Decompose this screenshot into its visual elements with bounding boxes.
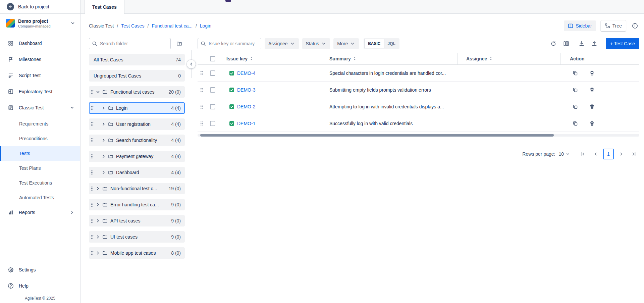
drag-handle-icon[interactable] bbox=[91, 138, 94, 143]
folder-row-search-functionality[interactable]: Search functionality 4 (4) bbox=[89, 135, 185, 146]
column-header-summary[interactable]: Summary bbox=[320, 53, 458, 64]
folder-row-non-functional[interactable]: Non-functional test c... 19 (0) bbox=[89, 183, 185, 194]
scrollbar-thumb[interactable] bbox=[200, 134, 554, 137]
drag-handle-icon[interactable] bbox=[200, 88, 203, 92]
issue-search-input[interactable] bbox=[198, 38, 261, 49]
import-upload-button[interactable] bbox=[589, 38, 600, 49]
select-all-checkbox[interactable] bbox=[210, 56, 215, 61]
drag-handle-icon[interactable] bbox=[91, 170, 94, 175]
folder-row-payment-gateway[interactable]: Payment gateway 4 (4) bbox=[89, 151, 185, 162]
sidebar-item-preconditions[interactable]: Preconditions bbox=[0, 131, 80, 146]
chevron-right-icon[interactable] bbox=[101, 138, 106, 143]
basic-mode-button[interactable]: BASIC bbox=[364, 39, 384, 48]
chevron-right-icon[interactable] bbox=[101, 154, 106, 159]
row-checkbox[interactable] bbox=[210, 70, 215, 76]
sort-icon[interactable] bbox=[489, 56, 492, 61]
drag-handle-icon[interactable] bbox=[91, 154, 94, 159]
sidebar-item-test-plans[interactable]: Test Plans bbox=[0, 161, 80, 175]
column-header-issue-key[interactable]: Issue key bbox=[220, 53, 320, 64]
info-icon[interactable] bbox=[631, 21, 639, 30]
issue-key-link[interactable]: DEMO-3 bbox=[237, 87, 255, 93]
last-page-button[interactable] bbox=[629, 149, 639, 159]
chevron-right-icon[interactable] bbox=[101, 121, 106, 127]
columns-button[interactable] bbox=[561, 38, 572, 49]
issue-key-link[interactable]: DEMO-2 bbox=[237, 104, 255, 109]
sidebar-item-test-executions[interactable]: Test Executions bbox=[0, 175, 80, 190]
jql-mode-button[interactable]: JQL bbox=[384, 39, 399, 48]
first-page-button[interactable] bbox=[578, 149, 588, 159]
sidebar-item-dashboard[interactable]: Dashboard bbox=[0, 36, 80, 51]
clone-button[interactable] bbox=[570, 118, 581, 129]
table-row-demo-4[interactable]: DEMO-4 Special characters in login crede… bbox=[198, 65, 639, 82]
delete-button[interactable] bbox=[587, 101, 597, 112]
all-test-cases-item[interactable]: All Test Cases 74 bbox=[89, 54, 185, 65]
drag-handle-icon[interactable] bbox=[91, 251, 94, 255]
sidebar-item-milestones[interactable]: Milestones bbox=[0, 52, 80, 67]
sidebar-item-settings[interactable]: Settings bbox=[0, 262, 80, 277]
clone-button[interactable] bbox=[570, 101, 581, 112]
more-filters-dropdown[interactable]: More bbox=[333, 38, 359, 49]
folder-row-user-registration[interactable]: User registration 4 (4) bbox=[89, 118, 185, 130]
sort-icon[interactable] bbox=[250, 56, 253, 61]
drag-handle-icon[interactable] bbox=[200, 71, 203, 75]
drag-handle-icon[interactable] bbox=[200, 104, 203, 109]
folder-row-dashboard[interactable]: Dashboard 4 (4) bbox=[89, 167, 185, 178]
drag-handle-icon[interactable] bbox=[91, 106, 94, 110]
collapse-panel-button[interactable] bbox=[187, 60, 196, 68]
chevron-right-icon[interactable] bbox=[95, 202, 101, 207]
sidebar-item-automated-tests[interactable]: Automated Tests bbox=[0, 190, 80, 205]
back-to-project-button[interactable]: Back to project bbox=[0, 0, 80, 14]
drag-handle-icon[interactable] bbox=[91, 122, 94, 127]
folder-row-functional-test-cases[interactable]: Functional test cases 20 (0) bbox=[89, 86, 185, 98]
folder-row-error-handling[interactable]: Error handling test ca... 9 (0) bbox=[89, 199, 185, 210]
sidebar-item-tests[interactable]: Tests bbox=[0, 146, 80, 161]
delete-button[interactable] bbox=[587, 118, 597, 129]
status-filter-dropdown[interactable]: Status bbox=[302, 38, 330, 49]
folder-row-login[interactable]: Login 4 (4) bbox=[89, 102, 185, 114]
sidebar-item-reports[interactable]: Reports bbox=[0, 205, 80, 220]
drag-handle-icon[interactable] bbox=[200, 121, 203, 126]
sidebar-item-script-test[interactable]: Script Test bbox=[0, 68, 80, 83]
delete-button[interactable] bbox=[587, 68, 597, 79]
horizontal-scrollbar[interactable] bbox=[198, 134, 639, 137]
table-row-demo-2[interactable]: DEMO-2 Attempting to log in with invalid… bbox=[198, 98, 639, 115]
row-checkbox[interactable] bbox=[210, 87, 215, 93]
sort-icon[interactable] bbox=[353, 56, 356, 61]
assignee-filter-dropdown[interactable]: Assignee bbox=[265, 38, 299, 49]
sidebar-item-requirements[interactable]: Requirements bbox=[0, 116, 80, 131]
rows-per-page-select[interactable]: 10 bbox=[558, 151, 570, 157]
issue-key-link[interactable]: DEMO-1 bbox=[237, 121, 255, 126]
add-folder-button[interactable] bbox=[174, 38, 185, 49]
export-download-button[interactable] bbox=[576, 38, 587, 49]
tab-test-cases[interactable]: Test Cases bbox=[85, 0, 124, 14]
folder-row-ui-test-cases[interactable]: UI test cases 9 (0) bbox=[89, 231, 185, 243]
chevron-down-icon[interactable] bbox=[95, 89, 101, 95]
refresh-button[interactable] bbox=[548, 38, 559, 49]
breadcrumb-link-functional[interactable]: Functional test ca... bbox=[152, 23, 192, 29]
sidebar-view-button[interactable]: Sidebar bbox=[564, 20, 596, 31]
previous-page-button[interactable] bbox=[590, 149, 601, 159]
sidebar-item-exploratory-test[interactable]: Exploratory Test bbox=[0, 84, 80, 99]
issue-key-link[interactable]: DEMO-4 bbox=[237, 70, 255, 76]
tree-view-button[interactable]: Tree bbox=[601, 20, 626, 31]
sidebar-item-help[interactable]: Help bbox=[0, 279, 80, 293]
create-test-case-button[interactable]: + Test Case bbox=[606, 38, 639, 49]
folder-row-api-test-cases[interactable]: API test cases 9 (0) bbox=[89, 215, 185, 226]
chevron-right-icon[interactable] bbox=[101, 170, 106, 175]
row-checkbox[interactable] bbox=[210, 104, 215, 109]
breadcrumb-link-login[interactable]: Login bbox=[200, 23, 211, 29]
ungrouped-test-cases-item[interactable]: Ungrouped Test Cases 0 bbox=[89, 70, 185, 82]
drag-handle-icon[interactable] bbox=[91, 90, 94, 94]
chevron-right-icon[interactable] bbox=[95, 186, 101, 191]
table-row-demo-3[interactable]: DEMO-3 Submitting empty fields prompts v… bbox=[198, 82, 639, 98]
row-checkbox[interactable] bbox=[210, 121, 215, 126]
breadcrumb-link-test-cases[interactable]: Test Cases bbox=[121, 23, 144, 29]
folder-row-mobile-app-test-cases[interactable]: Mobile app test cases 8 (0) bbox=[89, 247, 185, 259]
drag-handle-icon[interactable] bbox=[91, 202, 94, 207]
drag-handle-icon[interactable] bbox=[91, 186, 94, 191]
delete-button[interactable] bbox=[587, 85, 597, 95]
chevron-right-icon[interactable] bbox=[95, 250, 101, 256]
project-switcher[interactable]: Demo project Company-managed bbox=[0, 14, 80, 33]
drag-handle-icon[interactable] bbox=[91, 218, 94, 223]
clone-button[interactable] bbox=[570, 85, 581, 95]
